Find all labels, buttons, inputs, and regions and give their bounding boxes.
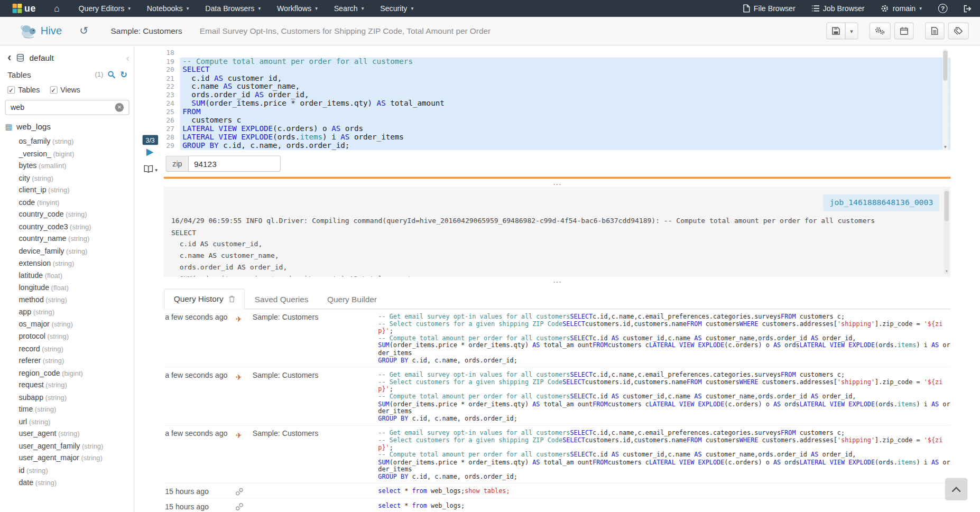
column-item[interactable]: country_code(string) <box>0 209 134 221</box>
collapse-panel-icon[interactable]: ‹ <box>126 53 129 63</box>
schedule-button[interactable] <box>894 23 914 40</box>
scroll-top-button[interactable] <box>945 478 968 501</box>
refresh-icon[interactable]: ↻ <box>120 70 127 79</box>
resize-handle[interactable]: ⋯ <box>164 280 951 286</box>
column-item[interactable]: longitude(float) <box>0 282 134 294</box>
sql-token: customers c; <box>796 371 845 378</box>
history-row[interactable]: a few seconds ago✈Sample: Customers-- Ge… <box>164 426 951 484</box>
job-browser-link[interactable]: Job Browser <box>803 0 873 17</box>
column-item[interactable]: protocol(string) <box>0 330 134 342</box>
table-name[interactable]: web_logs <box>16 122 51 132</box>
menu-data-browsers[interactable]: Data Browsers▾ <box>197 0 269 17</box>
search-icon[interactable] <box>108 70 116 78</box>
file-browser-link[interactable]: File Browser <box>735 0 803 17</box>
logout-button[interactable] <box>956 0 980 17</box>
tab-saved-queries[interactable]: Saved Queries <box>245 290 318 310</box>
column-item[interactable]: app(string) <box>0 306 134 318</box>
settings-button[interactable] <box>870 23 891 40</box>
column-item[interactable]: extension(string) <box>0 257 134 269</box>
sql-line: SUM(order_items.price * order_items.qty)… <box>378 342 950 356</box>
checkbox-icon[interactable]: ✓ <box>50 86 57 94</box>
column-item[interactable]: _version_(bigint) <box>0 148 134 160</box>
column-item[interactable]: user_agent_family(string) <box>0 440 134 452</box>
column-item[interactable]: date(string) <box>0 477 134 489</box>
sql-token: show tables; <box>465 488 510 495</box>
database-name[interactable]: default <box>30 53 54 62</box>
scroll-down-icon[interactable]: ▾ <box>942 144 948 151</box>
sql-token: FROM <box>781 313 796 320</box>
column-item[interactable]: url(string) <box>0 416 134 428</box>
clear-history-icon[interactable] <box>229 295 235 302</box>
column-item[interactable]: user_agent(string) <box>0 428 134 440</box>
sql-token: c.id,c.name,c.email_preferences.categori… <box>593 371 781 378</box>
export-doc-button[interactable] <box>925 23 945 40</box>
history-row[interactable]: 15 hours agoselect * from web_logs;show … <box>164 484 951 499</box>
sql-token: order_id, <box>818 393 856 400</box>
table-item[interactable]: ▦ web_logs <box>0 116 134 133</box>
hue-logo[interactable]: ue <box>0 0 43 17</box>
variable-input[interactable] <box>188 155 281 172</box>
menu-notebooks[interactable]: Notebooks▾ <box>138 0 197 17</box>
menu-search[interactable]: Search▾ <box>326 0 372 17</box>
column-item[interactable]: bytes(smallint) <box>0 160 134 172</box>
column-item[interactable]: code(tinyint) <box>0 197 134 209</box>
checkbox-icon[interactable]: ✓ <box>7 86 15 94</box>
column-item[interactable]: id(string) <box>0 464 134 477</box>
app-name[interactable]: Hive <box>41 25 62 38</box>
table-filter-input[interactable] <box>5 100 129 115</box>
menu-security[interactable]: Security▾ <box>372 0 422 17</box>
tags-button[interactable] <box>948 23 969 40</box>
editor-code: FROM <box>180 108 951 116</box>
tab-query-builder[interactable]: Query Builder <box>318 290 386 310</box>
column-item[interactable]: city(string) <box>0 172 134 184</box>
column-type: (string) <box>43 357 64 364</box>
tab-query-history[interactable]: Query History <box>164 288 245 309</box>
column-item[interactable]: os_major(string) <box>0 318 134 330</box>
user-menu[interactable]: romain ▾ <box>873 0 930 17</box>
column-item[interactable]: time(string) <box>0 404 134 416</box>
column-item[interactable]: user_agent_major(string) <box>0 452 134 464</box>
log-scrollbar[interactable]: ▾ <box>944 189 949 274</box>
save-button[interactable] <box>826 23 846 40</box>
editor-scrollbar[interactable]: ▾ <box>942 49 948 151</box>
column-item[interactable]: referer(string) <box>0 355 134 367</box>
job-link[interactable]: job_1461888648136_0003 <box>824 194 939 211</box>
column-item[interactable]: subapp(string) <box>0 392 134 404</box>
docs-book-button[interactable]: ▾ <box>144 164 158 175</box>
menu-query-editors[interactable]: Query Editors▾ <box>70 0 138 17</box>
column-item[interactable]: country_name(string) <box>0 233 134 245</box>
save-dropdown-button[interactable]: ▾ <box>845 23 858 40</box>
history-row[interactable]: 15 hours agoselect * from web_logs; <box>164 499 951 512</box>
tab-label: Query History <box>174 294 224 304</box>
query-history-icon[interactable]: ↺ <box>79 24 88 38</box>
menu-workflows[interactable]: Workflows▾ <box>269 0 326 17</box>
column-item[interactable]: method(string) <box>0 294 134 306</box>
scrollbar-thumb[interactable] <box>945 191 949 221</box>
editor-line: 21 c.id AS customer_id, <box>164 74 951 82</box>
column-item[interactable]: region_code(bigint) <box>0 367 134 379</box>
sql-editor[interactable]: 1819-- Compute total amount per order fo… <box>164 49 951 151</box>
sql-token: LATERAL VIEW EXPLODE <box>649 400 724 407</box>
history-row[interactable]: a few seconds ago✈Sample: Customers-- Ge… <box>164 309 951 367</box>
column-item[interactable]: request(string) <box>0 379 134 392</box>
sql-token: ; <box>390 444 393 451</box>
filter-views[interactable]: ✓Views <box>50 86 80 95</box>
scroll-down-icon[interactable]: ▾ <box>944 268 949 274</box>
sql-token: -- Compute total amount per order for al… <box>182 57 413 66</box>
scrollbar-thumb[interactable] <box>943 51 947 81</box>
column-item[interactable]: client_ip(string) <box>0 184 134 197</box>
column-item[interactable]: record(string) <box>0 343 134 355</box>
back-arrow-icon[interactable]: ‹ <box>7 52 11 63</box>
filter-tables[interactable]: ✓Tables <box>7 86 40 95</box>
history-row[interactable]: a few seconds ago✈Sample: Customers-- Ge… <box>164 367 951 425</box>
help-button[interactable]: ? <box>930 0 955 17</box>
column-item[interactable]: latitude(float) <box>0 269 134 282</box>
assist-panel: ‹ default ‹ Tables (1) ↻ ✓Tables✓Views ×… <box>0 45 134 512</box>
save-icon <box>832 27 840 35</box>
column-item[interactable]: country_code3(string) <box>0 221 134 233</box>
home-icon[interactable]: ⌂ <box>43 0 70 17</box>
column-item[interactable]: device_family(string) <box>0 245 134 257</box>
execute-button[interactable]: ▶ <box>146 147 154 156</box>
clear-filter-icon[interactable]: × <box>115 103 124 112</box>
column-item[interactable]: os_family(string) <box>0 136 134 148</box>
